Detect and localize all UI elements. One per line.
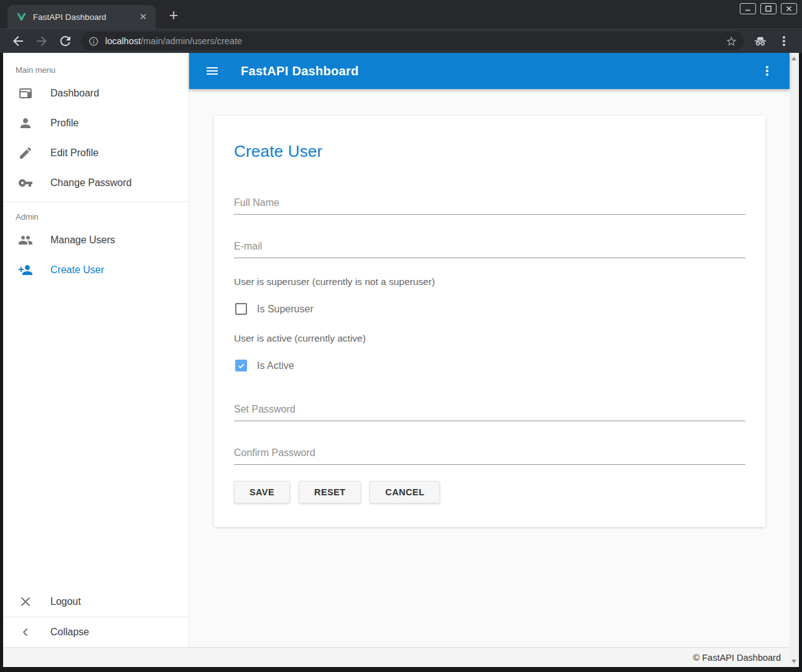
sidebar-item-label: Edit Profile (50, 147, 98, 159)
key-icon (18, 175, 33, 190)
browser-window: FastAPI Dashboard ✕ + (0, 0, 802, 672)
page-scrollbar[interactable] (790, 53, 799, 667)
email-input[interactable] (234, 237, 745, 258)
person-add-icon (18, 263, 33, 278)
sidebar-section-admin-label: Admin (3, 206, 189, 225)
sidebar-item-label: Create User (50, 264, 104, 276)
pencil-icon (18, 146, 33, 161)
cancel-button[interactable]: CANCEL (370, 481, 440, 503)
scroll-up-arrow-icon[interactable] (791, 57, 796, 60)
group-icon (18, 233, 33, 248)
is-active-checkbox[interactable]: Is Active (234, 360, 745, 371)
sidebar-item-edit-profile[interactable]: Edit Profile (3, 138, 189, 168)
dashboard-icon (18, 86, 33, 101)
app-title: FastAPI Dashboard (241, 64, 359, 78)
browser-tab[interactable]: FastAPI Dashboard ✕ (7, 5, 156, 29)
sidebar-divider (3, 202, 189, 202)
sidebar-item-profile[interactable]: Profile (3, 108, 189, 138)
active-help-text: User is active (currently active) (234, 333, 745, 344)
browser-menu-kebab-icon[interactable] (776, 34, 791, 49)
window-close-button[interactable] (781, 3, 797, 14)
sidebar-section-main-label: Main menu (3, 53, 189, 78)
sidebar-item-logout[interactable]: Logout (3, 587, 189, 617)
sidebar-item-manage-users[interactable]: Manage Users (3, 225, 189, 255)
bookmark-star-icon[interactable] (725, 35, 737, 47)
page-viewport: Main menu Dashboard Profile E (3, 53, 799, 667)
create-user-card: Create User User is superuser (currently… (214, 116, 765, 527)
browser-toolbar: localhost/main/admin/users/create (0, 29, 802, 53)
checkbox-box-icon[interactable] (235, 360, 247, 371)
superuser-help-text: User is superuser (currently is not a su… (234, 276, 745, 287)
sidebar-item-change-password[interactable]: Change Password (3, 168, 189, 198)
sidebar-item-collapse[interactable]: Collapse (3, 617, 189, 647)
save-button[interactable]: SAVE (234, 481, 290, 503)
check-icon (237, 362, 246, 370)
full-name-input[interactable] (234, 194, 745, 215)
chevron-left-icon (18, 625, 33, 640)
hamburger-menu-icon[interactable] (205, 63, 220, 78)
checkbox-label: Is Active (257, 360, 294, 371)
tab-close-icon[interactable]: ✕ (137, 11, 149, 23)
sidebar-item-label: Dashboard (50, 88, 99, 99)
checkbox-box-icon[interactable] (235, 303, 247, 315)
window-maximize-button[interactable] (760, 3, 776, 14)
forward-icon[interactable] (34, 34, 49, 49)
back-icon[interactable] (11, 34, 26, 49)
person-icon (18, 116, 33, 131)
set-password-input[interactable] (234, 400, 745, 421)
sidebar-item-label: Profile (50, 118, 78, 129)
sidebar-item-dashboard[interactable]: Dashboard (3, 78, 189, 108)
tab-title: FastAPI Dashboard (33, 12, 137, 22)
tab-strip: FastAPI Dashboard ✕ + (0, 0, 802, 29)
confirm-password-input[interactable] (234, 444, 745, 465)
checkbox-label: Is Superuser (257, 304, 314, 315)
vue-logo-icon (16, 12, 27, 22)
sidebar-item-label: Change Password (50, 177, 132, 189)
is-superuser-checkbox[interactable]: Is Superuser (234, 303, 745, 315)
page-title: Create User (234, 142, 745, 161)
close-x-icon (18, 594, 33, 609)
window-minimize-button[interactable] (740, 3, 756, 14)
site-info-icon[interactable] (88, 36, 99, 47)
scroll-down-arrow-icon[interactable] (791, 660, 796, 663)
sidebar-item-label: Logout (50, 596, 81, 607)
address-bar[interactable]: localhost/main/admin/users/create (81, 32, 744, 50)
app-bar: FastAPI Dashboard (189, 53, 790, 89)
sidebar: Main menu Dashboard Profile E (3, 53, 189, 647)
url-path: /main/admin/users/create (141, 36, 242, 46)
sidebar-item-create-user[interactable]: Create User (3, 255, 189, 285)
reset-button[interactable]: RESET (299, 481, 361, 503)
form-actions: SAVE RESET CANCEL (234, 481, 745, 503)
url-host: localhost (105, 36, 141, 46)
new-tab-button[interactable]: + (164, 6, 183, 25)
main-area: FastAPI Dashboard Create User User is su… (189, 53, 790, 647)
url-text: localhost/main/admin/users/create (105, 36, 725, 46)
sidebar-item-label: Collapse (50, 627, 89, 638)
copyright-text: © FastAPI Dashboard (693, 653, 781, 663)
sidebar-item-label: Manage Users (50, 235, 115, 246)
page-footer: © FastAPI Dashboard (3, 647, 790, 667)
reload-icon[interactable] (58, 34, 73, 49)
app-menu-kebab-icon[interactable] (760, 63, 775, 78)
incognito-icon (753, 34, 768, 49)
